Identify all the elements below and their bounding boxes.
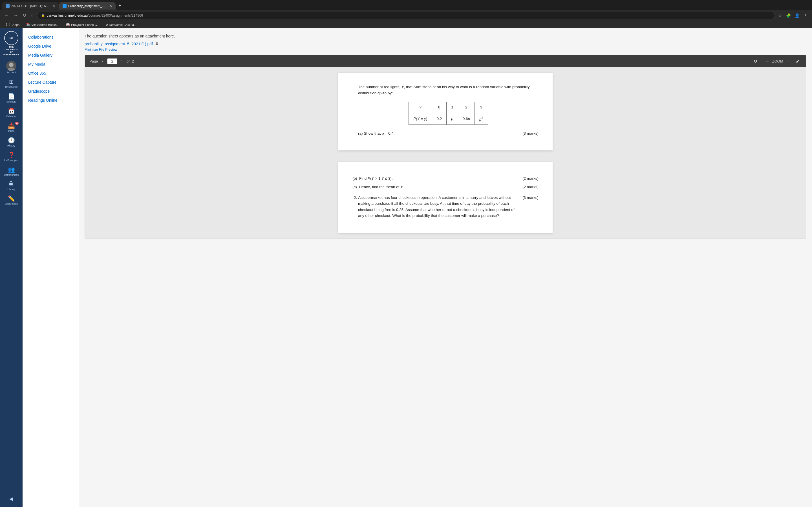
pdf-next-page-button[interactable]: › (119, 58, 124, 64)
refresh-button[interactable]: ↻ (21, 11, 28, 19)
pdf-toolbar: Page ‹ › of 2 ↺ − ZOOM + ⤢ (85, 55, 806, 67)
unimelb-logo: UM (4, 31, 18, 45)
sidebar-link-readings-online[interactable]: Readings Online (22, 96, 79, 105)
derivative-icon: ∂ (106, 23, 108, 26)
minimize-preview-link[interactable]: Minimize File Preview (85, 48, 806, 52)
history-label: History (7, 144, 15, 147)
back-button[interactable]: ← (3, 12, 10, 19)
sidebar-item-account[interactable]: Account (0, 59, 22, 76)
page-divider (91, 156, 801, 156)
bookmark-vitalsource[interactable]: 📚 VitalSource Books... (24, 22, 61, 27)
download-icon[interactable]: ⬇ (155, 41, 159, 47)
svg-text:UM: UM (10, 37, 13, 40)
pdf-viewer: Page ‹ › of 2 ↺ − ZOOM + ⤢ (85, 55, 806, 239)
tab-1-close[interactable]: ✕ (52, 4, 55, 8)
sidebar-link-google-drive[interactable]: Google Drive (22, 42, 79, 51)
table-header-y: y (409, 102, 432, 113)
collapse-nav-button[interactable]: ◀ (7, 494, 15, 504)
question-2: A supermarket has four checkouts in oper… (358, 194, 539, 219)
zoom-label: ZOOM (772, 59, 783, 63)
calendar-label: Calendar (6, 115, 17, 118)
sidebar-link-gradescope[interactable]: Gradescope (22, 87, 79, 96)
lms-support-icon: ❓ (8, 152, 15, 158)
inbox-label: Inbox (8, 129, 14, 132)
table-val-1: p (447, 113, 458, 124)
study-skills-icon: ✏️ (8, 195, 15, 202)
pdf-prev-page-button[interactable]: ‹ (100, 58, 105, 64)
sidebar-item-study-skills[interactable]: ✏️ Study skills (0, 193, 22, 208)
q1-part-a: (a) Show that p = 0.4. (3 marks) (358, 130, 539, 136)
url-text: canvas.lms.unimelb.edu.au/courses/92400/… (47, 13, 771, 17)
communities-icon: 👥 (8, 166, 15, 173)
dashboard-icon: ⊞ (9, 78, 14, 85)
sidebar-item-inbox[interactable]: 📥 4 Inbox (0, 120, 22, 135)
vitalsource-icon: 📚 (26, 23, 30, 26)
bookmark-proquest-label: ProQuest Ebook C... (71, 23, 100, 26)
q2-marks: (3 marks) (522, 194, 539, 219)
tab-1[interactable]: 2021-ECO1IQN(BU-1): Assess... ✕ (2, 2, 59, 10)
sidebar-item-history[interactable]: 🕐 History (0, 135, 22, 149)
sidebar-link-office365[interactable]: Office 365 (22, 69, 79, 78)
sidebar-link-media-gallery[interactable]: Media Gallery (22, 51, 79, 60)
tab-2-label: Probability_assignment_5_se... (68, 4, 107, 8)
home-button[interactable]: ⌂ (30, 12, 35, 19)
sidebar-link-my-media[interactable]: My Media (22, 60, 79, 69)
forward-button[interactable]: → (12, 12, 19, 19)
zoom-in-button[interactable]: + (784, 58, 792, 65)
q1-part-a-marks: (3 marks) (522, 130, 539, 136)
url-bar[interactable]: 🔒 canvas.lms.unimelb.edu.au/courses/9240… (37, 12, 775, 19)
communities-label: Communities (4, 173, 19, 176)
sidebar-item-dashboard[interactable]: ⊞ Dashboard (0, 76, 22, 91)
lock-icon: 🔒 (41, 13, 45, 17)
pdf-of-label: of (126, 59, 130, 63)
new-tab-button[interactable]: + (116, 2, 124, 10)
left-nav: UM THE UNIVERSITY OF MELBOURNE Account ⊞… (0, 28, 22, 507)
address-bar: ← → ↻ ⌂ 🔒 canvas.lms.unimelb.edu.au/cour… (0, 10, 812, 21)
content-intro: The question sheet appears as an attachm… (85, 34, 806, 38)
bookmark-derivative[interactable]: ∂ Derivative Calcula... (105, 22, 138, 27)
subjects-icon: 📄 (8, 93, 15, 100)
pdf-rotate-button[interactable]: ↺ (752, 58, 759, 64)
pdf-file-link[interactable]: probability_assignment_5_2021 (1).pdf (85, 42, 153, 46)
tab-2[interactable]: Probability_assignment_5_se... ✕ (59, 2, 116, 10)
bookmark-vitalsource-label: VitalSource Books... (31, 23, 59, 26)
bookmark-star-button[interactable]: ☆ (777, 12, 783, 19)
url-domain: canvas.lms.unimelb.edu.au (47, 13, 88, 17)
sidebar-item-library[interactable]: 🏛 Library (0, 179, 22, 193)
sidebar-item-communities[interactable]: 👥 Communities (0, 164, 22, 179)
zoom-out-button[interactable]: − (763, 58, 771, 65)
sidebar-item-subjects[interactable]: 📄 Subjects (0, 91, 22, 105)
tab-2-close[interactable]: ✕ (109, 4, 112, 8)
subjects-label: Subjects (6, 100, 16, 103)
bookmarks-bar: ⋮⋮ Apps 📚 VitalSource Books... 📖 ProQues… (0, 21, 812, 28)
unimelb-name: THE UNIVERSITY OF MELBOURNE (2, 46, 20, 56)
tab-bar: 2021-ECO1IQN(BU-1): Assess... ✕ Probabil… (0, 0, 812, 10)
probability-table: y 0 1 2 3 P(Y = y) 0.2 p (409, 102, 488, 125)
pdf-page-1: The number of red lights, Y, that Sam st… (338, 73, 553, 151)
q1-part-b-marks: (2 marks) (522, 175, 539, 182)
question-1: The number of red lights, Y, that Sam st… (358, 84, 539, 136)
library-icon: 🏛 (8, 181, 14, 187)
sidebar-item-calendar[interactable]: 📅 Calendar (0, 105, 22, 120)
sidebar-item-lms-support[interactable]: ❓ LMS support (0, 149, 22, 164)
table-val-3: p2 (474, 113, 488, 124)
calendar-icon: 📅 (8, 108, 15, 114)
profile-button[interactable]: 👤 (794, 12, 801, 19)
sidebar-link-collaborations[interactable]: Collaborations (22, 33, 79, 42)
bookmark-apps[interactable]: ⋮⋮ Apps (3, 22, 21, 27)
browser-chrome: 2021-ECO1IQN(BU-1): Assess... ✕ Probabil… (0, 0, 812, 28)
apps-icon: ⋮⋮ (5, 23, 11, 26)
sidebar-link-lecture-capture[interactable]: Lecture Capture (22, 78, 79, 87)
menu-button[interactable]: ⋮ (802, 12, 809, 19)
q2-content: A supermarket has four checkouts in oper… (358, 194, 539, 219)
browser-actions: ☆ 🧩 👤 ⋮ (777, 12, 809, 19)
tab-1-favicon (6, 4, 10, 8)
extension-button[interactable]: 🧩 (785, 12, 792, 19)
bookmark-proquest[interactable]: 📖 ProQuest Ebook C... (64, 22, 101, 27)
pdf-expand-button[interactable]: ⤢ (794, 57, 802, 65)
pdf-total-pages: 2 (132, 59, 134, 63)
app-container: UM THE UNIVERSITY OF MELBOURNE Account ⊞… (0, 28, 812, 507)
pdf-page-input[interactable] (107, 58, 117, 64)
bookmark-apps-label: Apps (12, 23, 19, 26)
q1-part-b: (b) Find P(Y > 1|Y ≤ 3). (2 marks) (352, 175, 539, 182)
